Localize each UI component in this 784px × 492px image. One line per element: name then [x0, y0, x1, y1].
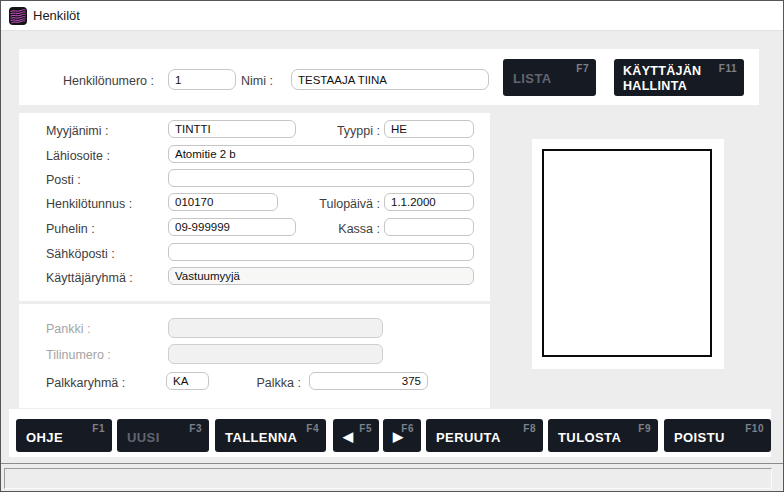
ohje-button[interactable]: OHJE F1: [16, 419, 112, 452]
tulosta-fkey: F9: [638, 423, 651, 434]
photo-panel: [532, 139, 724, 369]
kayttajan-hallinta-fkey: F11: [719, 63, 737, 74]
palkka-label: Palkka :: [221, 374, 301, 392]
tulopaiva-input[interactable]: [384, 193, 474, 211]
henkilonumero-input[interactable]: [168, 69, 236, 90]
kayttajan-hallinta-line2: HALLINTA: [623, 79, 701, 94]
next-record-button[interactable]: ▶ F6: [383, 419, 421, 452]
nimi-label: Nimi :: [241, 72, 273, 90]
poistu-button-label: POISTU: [674, 430, 725, 445]
puhelin-input[interactable]: [168, 218, 296, 236]
lahiosoite-input[interactable]: [168, 145, 474, 163]
header-panel: Henkilönumero : Nimi : LISTA F7 KÄYTTÄJÄ…: [19, 49, 759, 105]
myyjanimi-input[interactable]: [168, 120, 296, 138]
lista-button[interactable]: LISTA F7: [503, 59, 596, 96]
photo-placeholder: [542, 149, 712, 357]
kayttajaryhma-input[interactable]: [168, 267, 474, 285]
henkilotunnus-input[interactable]: [168, 193, 278, 211]
tulopaiva-label: Tulopäivä :: [299, 195, 380, 213]
prev-record-button[interactable]: ◀ F5: [333, 419, 379, 452]
titlebar: Henkilöt: [1, 1, 783, 31]
kassa-input[interactable]: [384, 218, 474, 236]
ohje-fkey: F1: [92, 423, 105, 434]
window-title: Henkilöt: [33, 8, 80, 23]
tyyppi-input[interactable]: [384, 120, 474, 138]
kayttajaryhma-label: Käyttäjäryhmä :: [46, 269, 133, 287]
henkilonumero-label: Henkilönumero :: [63, 72, 154, 90]
posti-input[interactable]: [168, 169, 474, 187]
uusi-button-label: UUSI: [127, 430, 160, 445]
app-icon: [9, 7, 27, 25]
ohje-button-label: OHJE: [26, 430, 63, 445]
status-bar: [1, 463, 783, 491]
sahkoposti-label: Sähköposti :: [46, 245, 115, 263]
posti-label: Posti :: [46, 171, 81, 189]
lista-button-label: LISTA: [513, 71, 552, 86]
nimi-input[interactable]: [291, 69, 489, 90]
left-triangle-icon: ◀: [343, 429, 353, 444]
tulosta-button[interactable]: TULOSTA F9: [548, 419, 658, 452]
peruuta-button[interactable]: PERUUTA F8: [426, 419, 543, 452]
poistu-fkey: F10: [745, 423, 764, 434]
palkkaryhma-label: Palkkaryhmä :: [46, 374, 125, 392]
tallenna-button[interactable]: TALLENNA F4: [215, 419, 326, 452]
palkka-input[interactable]: [309, 372, 428, 390]
tyyppi-label: Tyyppi :: [299, 122, 380, 140]
lahiosoite-label: Lähiosoite :: [46, 147, 110, 165]
app-window: Henkilöt Henkilönumero : Nimi : LISTA F7…: [0, 0, 784, 492]
palkkaryhma-input[interactable]: [166, 372, 209, 390]
salary-panel: Pankki : Tilinumero : Palkkaryhmä : Palk…: [19, 304, 490, 408]
kayttajan-hallinta-button[interactable]: KÄYTTÄJÄN HALLINTA F11: [614, 59, 744, 96]
henkilotunnus-label: Henkilötunnus :: [46, 195, 132, 213]
prev-fkey: F5: [359, 423, 372, 434]
kassa-label: Kassa :: [299, 220, 380, 238]
pankki-label: Pankki :: [46, 320, 90, 338]
tilinumero-input: [168, 344, 383, 364]
myyjanimi-label: Myyjänimi :: [46, 122, 109, 140]
tilinumero-label: Tilinumero :: [46, 346, 111, 364]
kayttajan-hallinta-line1: KÄYTTÄJÄN: [623, 64, 701, 79]
poistu-button[interactable]: POISTU F10: [664, 419, 771, 452]
content-area: Henkilönumero : Nimi : LISTA F7 KÄYTTÄJÄ…: [1, 31, 783, 464]
kayttajan-hallinta-label: KÄYTTÄJÄN HALLINTA: [623, 64, 701, 94]
uusi-fkey: F3: [189, 423, 202, 434]
pankki-input: [168, 318, 383, 338]
status-inset: [4, 468, 772, 489]
tallenna-button-label: TALLENNA: [225, 430, 297, 445]
puhelin-label: Puhelin :: [46, 220, 95, 238]
tulosta-button-label: TULOSTA: [558, 430, 621, 445]
peruuta-fkey: F8: [523, 423, 536, 434]
lista-fkey: F7: [576, 63, 589, 74]
sahkoposti-input[interactable]: [168, 243, 474, 261]
uusi-button[interactable]: UUSI F3: [117, 419, 209, 452]
next-fkey: F6: [401, 423, 414, 434]
peruuta-button-label: PERUUTA: [436, 430, 501, 445]
footer-button-bar: OHJE F1 UUSI F3 TALLENNA F4 ◀ F5 ▶ F6 PE…: [9, 409, 771, 457]
tallenna-fkey: F4: [306, 423, 319, 434]
person-form-panel: Myyjänimi : Tyyppi : Lähiosoite : Posti …: [19, 113, 490, 301]
